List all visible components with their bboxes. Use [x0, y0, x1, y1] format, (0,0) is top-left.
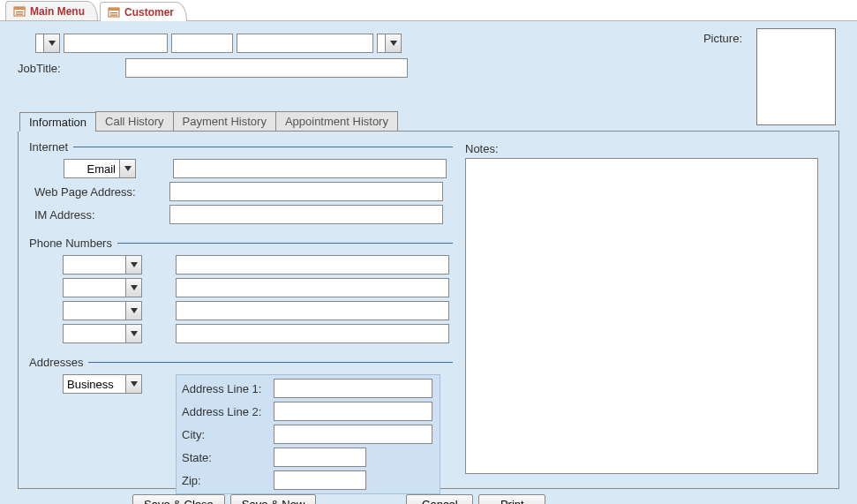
- city-label: City:: [182, 428, 270, 441]
- title-input[interactable]: [36, 34, 43, 52]
- tab-call-history[interactable]: Call History: [95, 111, 173, 131]
- addr-line1-label: Address Line 1:: [182, 382, 270, 395]
- suffix-input[interactable]: [378, 34, 385, 52]
- cancel-button[interactable]: Cancel: [406, 494, 473, 504]
- im-input[interactable]: [169, 205, 443, 224]
- addr-line2-input[interactable]: [274, 402, 432, 421]
- form-icon: [108, 6, 120, 19]
- print-button[interactable]: Print: [478, 494, 545, 504]
- customer-form: JobTitle: Picture: Information Call Hist…: [0, 21, 857, 504]
- tab-appointment-history[interactable]: Appointment History: [275, 111, 398, 131]
- tab-information[interactable]: Information: [19, 112, 96, 132]
- addr-line1-input[interactable]: [274, 379, 432, 398]
- phone-legend: Phone Numbers: [29, 237, 112, 250]
- phone1-type-combo[interactable]: [63, 255, 142, 275]
- tab-customer[interactable]: Customer: [100, 2, 187, 21]
- im-label: IM Address:: [29, 208, 166, 222]
- notes-textarea[interactable]: [465, 158, 818, 474]
- tab-main-menu[interactable]: Main Menu: [5, 1, 98, 20]
- dropdown-icon[interactable]: [119, 160, 135, 177]
- svg-rect-1: [14, 7, 25, 10]
- svg-rect-2: [16, 11, 23, 12]
- dropdown-icon[interactable]: [125, 256, 141, 274]
- form-icon: [13, 5, 26, 18]
- tab-main-menu-label: Main Menu: [30, 5, 85, 18]
- zip-label: Zip:: [182, 474, 270, 487]
- tab-payment-history[interactable]: Payment History: [173, 111, 276, 131]
- picture-label: Picture:: [703, 32, 742, 45]
- phone3-type-combo[interactable]: [63, 301, 142, 320]
- zip-input[interactable]: [274, 470, 366, 490]
- save-new-button[interactable]: Save & New: [230, 494, 317, 504]
- tab-customer-label: Customer: [124, 6, 174, 19]
- phone1-input[interactable]: [176, 255, 449, 275]
- internet-legend: Internet: [29, 140, 68, 154]
- dropdown-icon[interactable]: [125, 325, 141, 342]
- phone4-type-combo[interactable]: [63, 324, 142, 343]
- phone3-input[interactable]: [176, 301, 449, 320]
- job-title-input[interactable]: [125, 58, 408, 78]
- picture-box[interactable]: [756, 28, 836, 125]
- job-title-label: JobTitle:: [18, 62, 120, 75]
- first-name-input[interactable]: [64, 34, 168, 53]
- svg-rect-7: [110, 14, 117, 15]
- email-type-input[interactable]: [64, 160, 119, 177]
- phone4-input[interactable]: [176, 324, 449, 343]
- middle-name-input[interactable]: [171, 34, 233, 53]
- dropdown-icon[interactable]: [43, 34, 59, 52]
- suffix-combo[interactable]: [377, 34, 402, 53]
- email-type-combo[interactable]: [64, 159, 136, 178]
- address-panel: Address Line 1: Address Line 2: City: St…: [176, 374, 440, 494]
- phone2-input[interactable]: [176, 278, 449, 297]
- save-close-button[interactable]: Save & Close: [132, 494, 225, 504]
- dropdown-icon[interactable]: [125, 375, 141, 393]
- sub-tab-strip: Information Call History Payment History…: [19, 111, 839, 132]
- dropdown-icon[interactable]: [125, 279, 141, 297]
- email-input[interactable]: [173, 159, 447, 178]
- phone2-type-combo[interactable]: [63, 278, 142, 297]
- svg-rect-5: [109, 8, 119, 11]
- document-tabs: Main Menu Customer: [0, 0, 857, 21]
- svg-rect-6: [110, 12, 117, 13]
- dropdown-icon[interactable]: [125, 302, 141, 320]
- notes-label: Notes:: [465, 142, 499, 155]
- svg-rect-3: [16, 13, 23, 14]
- addr-line2-label: Address Line 2:: [182, 405, 270, 418]
- dropdown-icon[interactable]: [385, 34, 401, 52]
- address-type-combo[interactable]: [63, 374, 142, 394]
- state-input[interactable]: [274, 448, 366, 467]
- state-label: State:: [182, 451, 270, 464]
- button-bar: Save & Close Save & New Cancel Print: [18, 494, 839, 504]
- addresses-legend: Addresses: [29, 356, 83, 369]
- information-panel: Internet Web Page Address:: [18, 132, 839, 489]
- city-input[interactable]: [274, 425, 432, 444]
- title-combo[interactable]: [35, 34, 60, 53]
- web-input[interactable]: [169, 182, 443, 201]
- last-name-input[interactable]: [237, 34, 373, 53]
- web-label: Web Page Address:: [29, 185, 166, 199]
